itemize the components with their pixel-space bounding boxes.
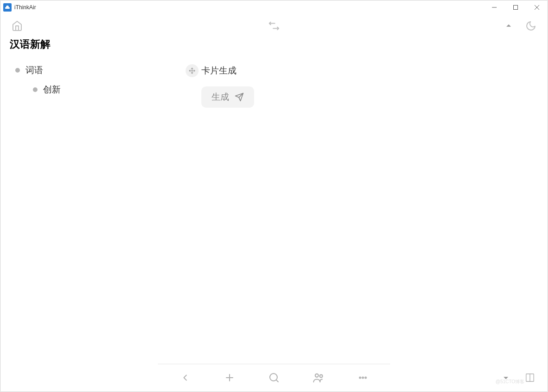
svg-point-14	[360, 377, 361, 379]
close-button[interactable]	[526, 0, 548, 14]
card-header[interactable]: 卡片生成	[186, 64, 538, 77]
home-icon[interactable]	[10, 18, 25, 33]
tree-panel: 词语 创新	[10, 64, 167, 108]
users-icon[interactable]	[310, 369, 327, 386]
plus-icon[interactable]	[221, 369, 238, 386]
generate-button[interactable]: 生成	[201, 86, 254, 108]
page-title: 汉语新解	[10, 37, 538, 51]
maximize-button[interactable]	[505, 0, 526, 14]
svg-point-16	[365, 377, 367, 379]
bullet-icon	[33, 87, 37, 92]
bottom-toolbar	[0, 364, 548, 392]
app-title: iThinkAir	[14, 4, 36, 11]
swap-icon[interactable]	[267, 18, 281, 33]
more-icon[interactable]	[355, 369, 371, 386]
bullet-icon	[15, 68, 20, 73]
top-toolbar	[0, 14, 548, 37]
title-bar: iThinkAir	[0, 0, 548, 14]
tree-item-word[interactable]: 词语	[10, 64, 167, 76]
window-controls	[484, 0, 548, 14]
content-area: 汉语新解 词语 创新	[0, 37, 548, 364]
back-icon[interactable]	[177, 369, 193, 386]
moon-icon[interactable]	[523, 18, 538, 33]
tree-item-label: 词语	[25, 64, 43, 76]
svg-rect-1	[514, 5, 518, 9]
svg-point-15	[362, 377, 364, 379]
search-icon[interactable]	[266, 369, 282, 386]
card-panel: 卡片生成 生成	[186, 64, 538, 108]
title-left: iThinkAir	[3, 3, 36, 12]
watermark: @51CTO博客	[496, 379, 524, 385]
card-title: 卡片生成	[201, 65, 237, 77]
tree-item-label: 创新	[43, 84, 61, 96]
svg-point-12	[315, 374, 318, 377]
svg-line-11	[276, 380, 278, 382]
app-icon	[3, 3, 12, 12]
tree-item-innovation[interactable]: 创新	[10, 84, 167, 96]
move-icon[interactable]	[186, 64, 199, 77]
send-icon	[235, 92, 244, 102]
svg-point-13	[320, 375, 323, 378]
minimize-button[interactable]	[484, 0, 505, 14]
generate-label: 生成	[212, 91, 229, 103]
chevron-up-icon[interactable]	[501, 18, 516, 33]
